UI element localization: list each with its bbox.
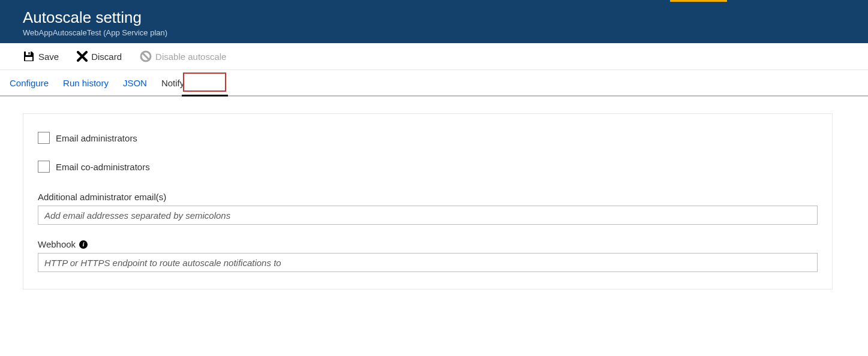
tab-run-history[interactable]: Run history [63,72,109,94]
tab-json[interactable]: JSON [123,72,147,94]
notify-form-panel: Email administrators Email co-administra… [23,113,833,289]
svg-rect-1 [29,52,30,55]
info-icon[interactable]: i [79,240,88,249]
additional-emails-input[interactable] [38,206,818,225]
email-admins-row: Email administrators [38,132,818,144]
disable-autoscale-button[interactable]: Disable autoscale [140,50,226,62]
disable-label: Disable autoscale [155,52,226,62]
close-icon [77,51,88,62]
tab-bar: Configure Run history JSON Notify [0,70,868,96]
email-coadmins-checkbox[interactable] [38,161,50,173]
command-bar: Save Discard Disable autoscale [0,43,868,70]
additional-emails-label: Additional administrator email(s) [38,192,166,202]
email-admins-checkbox[interactable] [38,132,50,144]
webhook-input[interactable] [38,253,818,272]
svg-line-4 [143,53,149,60]
webhook-label-row: Webhook i [38,239,818,249]
email-coadmins-row: Email co-administrators [38,161,818,173]
save-label: Save [38,52,59,62]
email-coadmins-label: Email co-administrators [56,162,150,172]
tab-highlight-box [183,73,226,92]
header-accent-bar [670,0,727,2]
tab-notify[interactable]: Notify [161,72,184,94]
email-admins-label: Email administrators [56,133,137,143]
svg-rect-2 [25,57,32,61]
blade-header: Autoscale setting WebAppAutoscaleTest (A… [0,0,868,43]
discard-label: Discard [91,52,122,62]
active-tab-underline [182,95,228,96]
webhook-label: Webhook [38,239,76,249]
tab-configure[interactable]: Configure [10,72,49,94]
save-icon [23,50,35,62]
page-subtitle: WebAppAutoscaleTest (App Service plan) [23,28,868,37]
save-button[interactable]: Save [23,50,59,62]
page-title: Autoscale setting [23,8,868,27]
additional-emails-label-row: Additional administrator email(s) [38,192,818,202]
svg-rect-0 [26,52,31,55]
prohibit-icon [140,50,152,62]
discard-button[interactable]: Discard [77,51,122,62]
